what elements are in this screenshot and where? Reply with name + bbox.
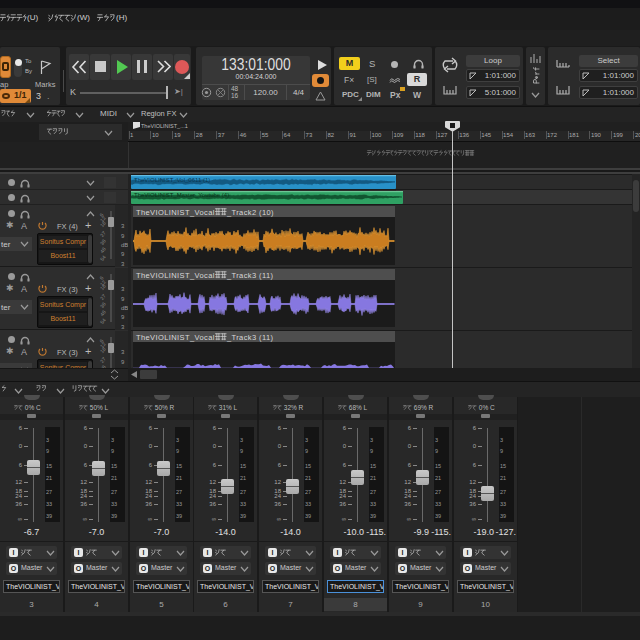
svg-text:TheVIOLINIST_Vol_0611 (1): TheVIOLINIST_Vol_0611 (1) (134, 177, 210, 183)
svg-text:TheVIOLINIST_Master_Youtube (4: TheVIOLINIST_Master_Youtube (4) (134, 192, 229, 198)
